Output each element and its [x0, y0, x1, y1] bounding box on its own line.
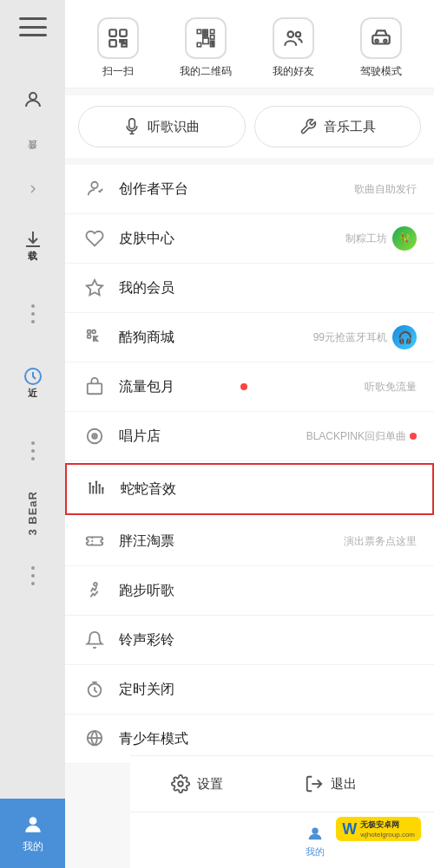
- sidebar-dots-3: [31, 566, 35, 585]
- friends-label: 我的好友: [273, 64, 314, 79]
- timer-icon: [82, 677, 107, 702]
- listen-song-label: 听歌识曲: [148, 119, 200, 135]
- sidebar: 音质 载 近: [0, 0, 65, 868]
- friends-icon-box: [273, 17, 314, 59]
- music-tools-btn[interactable]: 音乐工具: [254, 106, 422, 147]
- drive-icon-box: [360, 17, 402, 59]
- svg-point-27: [91, 182, 97, 188]
- menu-item-timer[interactable]: 定时关闭: [65, 665, 434, 715]
- top-icon-scan[interactable]: 扫一扫: [83, 17, 153, 79]
- svg-point-43: [92, 486, 95, 488]
- creator-sub: 歌曲自助发行: [354, 182, 417, 197]
- qrcode-icon-box: [185, 17, 227, 59]
- svg-point-23: [376, 40, 378, 42]
- friends-icon: [282, 27, 305, 49]
- snake-text: 蛇蛇音效: [121, 480, 415, 499]
- menu-item-flow[interactable]: 流量包月 听歌免流量: [65, 362, 434, 412]
- menu-item-record[interactable]: 唱片店 BLACKPINK回归单曲: [65, 412, 434, 461]
- shop-text: 酷狗商城: [119, 329, 313, 347]
- svg-point-48: [94, 583, 97, 586]
- main-content: 扫一扫: [65, 0, 434, 868]
- svg-point-45: [98, 484, 101, 486]
- sidebar-bottom-my[interactable]: 我的: [0, 799, 65, 868]
- svg-rect-11: [203, 33, 205, 35]
- svg-rect-30: [88, 335, 91, 338]
- ticket-icon: [82, 529, 107, 553]
- svg-rect-7: [210, 29, 214, 33]
- sidebar-item-profile[interactable]: [11, 78, 55, 121]
- svg-point-44: [95, 480, 98, 483]
- ticket-sub: 演出票务点这里: [344, 534, 417, 549]
- creator-text: 创作者平台: [119, 180, 354, 199]
- sidebar-my-label: 我的: [23, 839, 43, 854]
- svg-point-42: [89, 482, 91, 485]
- logout-icon: [305, 774, 324, 793]
- skin-badge-img: 🎋: [392, 226, 417, 251]
- mic-icon: [123, 118, 141, 135]
- svg-rect-19: [210, 44, 212, 47]
- drive-label: 驾驶模式: [360, 64, 402, 79]
- ticket-text: 胖汪淘票: [119, 532, 344, 551]
- svg-point-21: [296, 32, 300, 36]
- menu-item-vip[interactable]: 我的会员: [65, 264, 434, 313]
- gear-icon: [171, 774, 190, 793]
- settings-item[interactable]: 设置: [171, 774, 223, 793]
- feature-row: 听歌识曲 音乐工具: [65, 95, 434, 158]
- creator-icon: [82, 177, 107, 201]
- run-text: 跑步听歌: [119, 582, 417, 600]
- svg-rect-3: [109, 29, 116, 36]
- svg-rect-33: [88, 383, 102, 394]
- sidebar-item-arrow[interactable]: [26, 182, 40, 199]
- menu-item-run[interactable]: 跑步听歌: [65, 566, 434, 616]
- svg-point-36: [94, 435, 95, 437]
- qrcode-label: 我的二维码: [180, 64, 232, 79]
- skin-sub: 制粽工坊: [345, 232, 387, 246]
- hamburger-menu[interactable]: [19, 17, 47, 36]
- youth-text: 青少年模式: [119, 730, 417, 748]
- sidebar-bear-text: 3 BEaR: [26, 491, 39, 536]
- svg-rect-9: [203, 29, 205, 31]
- settings-label: 设置: [197, 776, 223, 793]
- sidebar-item-download[interactable]: 载: [11, 224, 55, 267]
- svg-rect-13: [203, 36, 205, 37]
- svg-rect-12: [206, 33, 207, 35]
- vip-text: 我的会员: [119, 279, 417, 297]
- menu-item-ringtone[interactable]: 铃声彩铃: [65, 616, 434, 665]
- svg-marker-28: [87, 280, 102, 295]
- menu-item-ticket[interactable]: 胖汪淘票 演出票务点这里: [65, 517, 434, 566]
- drive-icon: [370, 27, 392, 49]
- svg-rect-16: [210, 36, 214, 39]
- top-icon-friends[interactable]: 我的好友: [259, 17, 328, 79]
- menu-item-snake[interactable]: 蛇蛇音效: [65, 463, 434, 515]
- top-icon-drive[interactable]: 驾驶模式: [346, 17, 416, 79]
- scan-icon: [107, 27, 129, 49]
- menu-list: 创作者平台 歌曲自助发行 皮肤中心 制粽工坊 🎋 我的会员: [65, 165, 434, 764]
- svg-rect-5: [109, 40, 116, 47]
- svg-rect-8: [197, 42, 201, 46]
- menu-item-shop[interactable]: K 酷狗商城 99元抢蓝牙耳机 🎧: [65, 313, 434, 362]
- record-badge: [410, 433, 417, 440]
- top-icon-qrcode[interactable]: 我的二维码: [171, 17, 240, 79]
- sidebar-quality: 音质: [26, 146, 39, 161]
- record-text: 唱片店: [119, 427, 306, 446]
- record-sub: BLACKPINK回归单曲: [306, 429, 406, 444]
- vip-icon: [82, 276, 107, 300]
- run-icon: [82, 578, 107, 603]
- sidebar-dots: [31, 304, 35, 323]
- logout-item[interactable]: 退出: [305, 774, 357, 793]
- qrcode-icon: [194, 27, 217, 49]
- wrench-icon: [299, 118, 317, 135]
- svg-rect-31: [92, 330, 95, 334]
- flow-text: 流量包月: [119, 378, 237, 396]
- svg-point-24: [385, 40, 387, 42]
- sidebar-item-recent[interactable]: 近: [11, 361, 55, 404]
- menu-item-skin[interactable]: 皮肤中心 制粽工坊 🎋: [65, 214, 434, 264]
- equalizer-icon: [84, 477, 108, 501]
- svg-rect-6: [197, 29, 201, 33]
- bell-icon: [82, 628, 107, 652]
- skin-icon: [82, 226, 107, 251]
- menu-item-creator[interactable]: 创作者平台 歌曲自助发行: [65, 165, 434, 214]
- svg-point-20: [288, 31, 294, 37]
- watermark-logo: W 无极安卓网 wjhotelgroup.com: [336, 817, 421, 841]
- listen-song-btn[interactable]: 听歌识曲: [78, 106, 246, 147]
